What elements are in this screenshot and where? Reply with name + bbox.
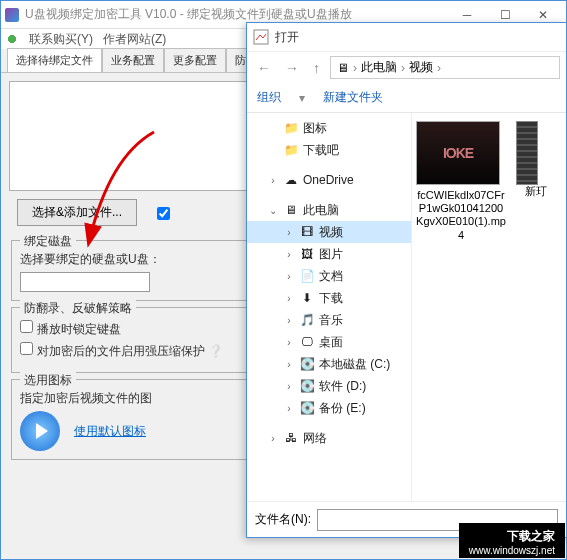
pc-icon: 🖥 — [283, 202, 299, 218]
tree-pictures[interactable]: ›🖼图片 — [247, 243, 411, 265]
tree-icons-label: 图标 — [303, 120, 327, 137]
tree-documents[interactable]: ›📄文档 — [247, 265, 411, 287]
desktop-icon: 🖵 — [299, 334, 315, 350]
dialog-icon — [253, 29, 269, 45]
chevron-down-icon[interactable]: ⌄ — [267, 205, 279, 216]
nav-back-icon[interactable]: ← — [253, 60, 275, 76]
svg-rect-0 — [254, 30, 268, 44]
use-default-icon-link[interactable]: 使用默认图标 — [74, 423, 146, 440]
tree-network-label: 网络 — [303, 430, 327, 447]
pictures-icon: 🖼 — [299, 246, 315, 262]
video-icon: 🎞 — [299, 224, 315, 240]
breadcrumb-folder[interactable]: 视频 — [409, 59, 433, 76]
folder-tree: 📁图标 📁下载吧 ›☁OneDrive ⌄🖥此电脑 ›🎞视频 ›🖼图片 ›📄文档… — [247, 113, 412, 501]
opt-compress-input[interactable] — [20, 342, 33, 355]
tree-thispc[interactable]: ⌄🖥此电脑 — [247, 199, 411, 221]
watermark-line2: www.windowszj.net — [469, 545, 555, 556]
tree-desktop[interactable]: ›🖵桌面 — [247, 331, 411, 353]
tab-select-files[interactable]: 选择待绑定文件 — [7, 48, 102, 72]
music-icon: 🎵 — [299, 312, 315, 328]
chevron-right-icon[interactable]: › — [267, 175, 279, 186]
nav-row: ← → ↑ 🖥 › 此电脑 › 视频 › — [247, 51, 566, 83]
tree-downloads[interactable]: ›⬇下载 — [247, 287, 411, 309]
tree-desktop-label: 桌面 — [319, 334, 343, 351]
tree-pictures-label: 图片 — [319, 246, 343, 263]
opt-lock-keyboard-label: 播放时锁定键盘 — [37, 322, 121, 336]
menu-site[interactable]: 作者网站(Z) — [103, 31, 166, 48]
file-thumbnail-2 — [516, 121, 538, 185]
breadcrumb[interactable]: 🖥 › 此电脑 › 视频 › — [330, 56, 560, 79]
tree-downloads-label: 下载 — [319, 290, 343, 307]
chevron-right-icon[interactable]: › — [283, 337, 295, 348]
menu-buy[interactable]: 联系购买(Y) — [29, 31, 93, 48]
unknown-checkbox[interactable] — [157, 207, 174, 220]
toolbar-organize[interactable]: 组织 — [257, 89, 281, 106]
tree-disk-d-label: 软件 (D:) — [319, 378, 366, 395]
opt-lock-keyboard-input[interactable] — [20, 320, 33, 333]
app-title: U盘视频绑定加密工具 V10.0 - 绑定视频文件到硬盘或U盘播放 — [25, 6, 352, 23]
tree-documents-label: 文档 — [319, 268, 343, 285]
documents-icon: 📄 — [299, 268, 315, 284]
disk-icon: 💽 — [299, 400, 315, 416]
chevron-right-icon[interactable]: › — [283, 271, 295, 282]
unknown-checkbox-input[interactable] — [157, 207, 170, 220]
downloads-icon: ⬇ — [299, 290, 315, 306]
tree-music[interactable]: ›🎵音乐 — [247, 309, 411, 331]
tree-download-folder[interactable]: 📁下载吧 — [247, 139, 411, 161]
add-files-button[interactable]: 选择&添加文件... — [17, 199, 137, 226]
toolbar-newfolder[interactable]: 新建文件夹 — [323, 89, 383, 106]
disk-icon: 💽 — [299, 356, 315, 372]
dialog-titlebar: 打开 — [247, 23, 566, 51]
help-icon[interactable]: ❔ — [208, 344, 223, 358]
folder-icon: 📁 — [283, 142, 299, 158]
tab-more[interactable]: 更多配置 — [164, 48, 226, 72]
tree-icons[interactable]: 📁图标 — [247, 117, 411, 139]
play-icon — [20, 411, 60, 451]
network-icon: 🖧 — [283, 430, 299, 446]
tree-onedrive[interactable]: ›☁OneDrive — [247, 169, 411, 191]
chevron-right-icon[interactable]: › — [283, 359, 295, 370]
file-item-2[interactable]: 新玎 — [516, 121, 556, 198]
opt-compress-label: 对加密后的文件启用强压缩保护 — [37, 344, 205, 358]
tree-thispc-label: 此电脑 — [303, 202, 339, 219]
nav-fwd-icon[interactable]: → — [281, 60, 303, 76]
file-name-2: 新玎 — [516, 185, 556, 198]
file-name-1: fcCWIEkdlx07CFrP1wGk01041200KgvX0E010(1)… — [416, 189, 506, 242]
tree-disk-c-label: 本地磁盘 (C:) — [319, 356, 390, 373]
watermark: 下载之家 www.windowszj.net — [459, 523, 565, 558]
tree-video[interactable]: ›🎞视频 — [247, 221, 411, 243]
tree-disk-c[interactable]: ›💽本地磁盘 (C:) — [247, 353, 411, 375]
tree-music-label: 音乐 — [319, 312, 343, 329]
bind-disk-input[interactable] — [20, 272, 150, 292]
tree-onedrive-label: OneDrive — [303, 173, 354, 187]
chevron-right-icon[interactable]: › — [283, 227, 295, 238]
file-area: IOKE fcCWIEkdlx07CFrP1wGk01041200KgvX0E0… — [412, 113, 566, 501]
tree-download-folder-label: 下载吧 — [303, 142, 339, 159]
open-dialog: 打开 ← → ↑ 🖥 › 此电脑 › 视频 › 组织 ▾ 新建文件夹 📁图标 📁… — [246, 22, 567, 538]
chevron-right-icon[interactable]: › — [267, 433, 279, 444]
tree-network[interactable]: ›🖧网络 — [247, 427, 411, 449]
chevron-right-icon[interactable]: › — [283, 293, 295, 304]
watermark-line1: 下载之家 — [507, 529, 555, 543]
tree-disk-e[interactable]: ›💽备份 (E:) — [247, 397, 411, 419]
chevron-right-icon[interactable]: › — [283, 381, 295, 392]
chevron-right-icon[interactable]: › — [283, 403, 295, 414]
file-item-1[interactable]: IOKE fcCWIEkdlx07CFrP1wGk01041200KgvX0E0… — [416, 121, 506, 242]
dialog-toolbar: 组织 ▾ 新建文件夹 — [247, 83, 566, 113]
tab-business[interactable]: 业务配置 — [102, 48, 164, 72]
nav-up-icon[interactable]: ↑ — [309, 60, 324, 76]
tree-video-label: 视频 — [319, 224, 343, 241]
chevron-right-icon[interactable]: › — [283, 249, 295, 260]
group-icon-legend: 选用图标 — [20, 372, 76, 389]
breadcrumb-root[interactable]: 此电脑 — [361, 59, 397, 76]
buy-icon — [5, 32, 19, 46]
onedrive-icon: ☁ — [283, 172, 299, 188]
folder-icon: 📁 — [283, 120, 299, 136]
tree-disk-d[interactable]: ›💽软件 (D:) — [247, 375, 411, 397]
chevron-right-icon[interactable]: › — [283, 315, 295, 326]
app-icon — [5, 8, 19, 22]
file-thumbnail: IOKE — [416, 121, 500, 185]
breadcrumb-pc-icon: 🖥 — [337, 61, 349, 75]
group-bind-disk-legend: 绑定磁盘 — [20, 233, 76, 250]
group-anti-legend: 防翻录、反破解策略 — [20, 300, 136, 317]
